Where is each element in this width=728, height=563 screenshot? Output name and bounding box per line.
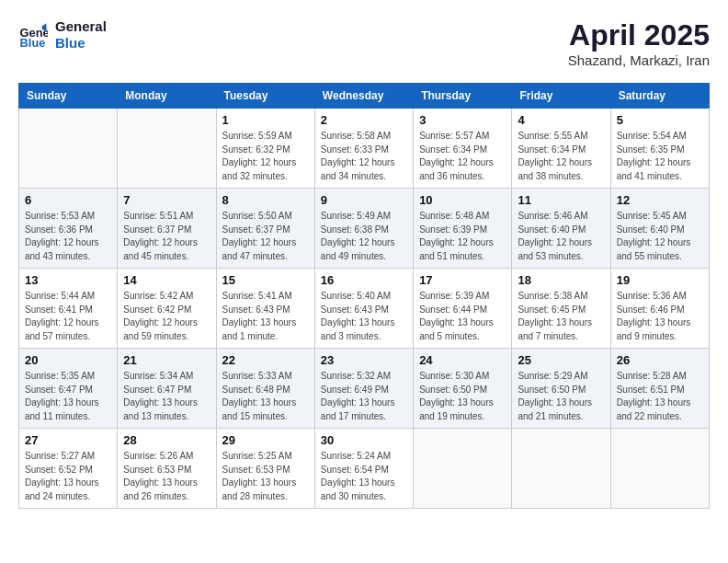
calendar-cell: 29Sunrise: 5:25 AMSunset: 6:53 PMDayligh… bbox=[216, 429, 314, 509]
day-number: 8 bbox=[222, 193, 309, 207]
calendar-cell: 30Sunrise: 5:24 AMSunset: 6:54 PMDayligh… bbox=[314, 429, 413, 509]
calendar-cell bbox=[118, 109, 216, 189]
calendar-cell bbox=[19, 109, 118, 189]
day-info: Sunrise: 5:41 AMSunset: 6:43 PMDaylight:… bbox=[222, 290, 309, 343]
day-info: Sunrise: 5:36 AMSunset: 6:46 PMDaylight:… bbox=[617, 290, 703, 343]
day-info: Sunrise: 5:48 AMSunset: 6:39 PMDaylight:… bbox=[419, 210, 506, 263]
day-info: Sunrise: 5:50 AMSunset: 6:37 PMDaylight:… bbox=[222, 210, 309, 263]
day-number: 6 bbox=[25, 193, 111, 207]
day-of-week-header: Friday bbox=[512, 84, 610, 109]
day-number: 22 bbox=[222, 353, 309, 367]
calendar-cell: 7Sunrise: 5:51 AMSunset: 6:37 PMDaylight… bbox=[118, 189, 216, 269]
calendar-cell: 5Sunrise: 5:54 AMSunset: 6:35 PMDaylight… bbox=[610, 109, 709, 189]
day-number: 13 bbox=[25, 273, 111, 287]
title-block: April 2025 Shazand, Markazi, Iran bbox=[568, 18, 710, 68]
calendar-cell bbox=[512, 429, 610, 509]
day-number: 18 bbox=[518, 273, 604, 287]
day-number: 25 bbox=[518, 353, 604, 367]
day-number: 11 bbox=[518, 193, 604, 207]
day-number: 5 bbox=[617, 113, 703, 127]
location-subtitle: Shazand, Markazi, Iran bbox=[568, 52, 710, 68]
day-of-week-header: Wednesday bbox=[314, 84, 413, 109]
day-number: 20 bbox=[25, 353, 111, 367]
day-info: Sunrise: 5:28 AMSunset: 6:51 PMDaylight:… bbox=[617, 370, 703, 423]
day-info: Sunrise: 5:27 AMSunset: 6:52 PMDaylight:… bbox=[25, 450, 111, 503]
day-info: Sunrise: 5:24 AMSunset: 6:54 PMDaylight:… bbox=[321, 450, 407, 503]
calendar-cell: 17Sunrise: 5:39 AMSunset: 6:44 PMDayligh… bbox=[414, 269, 512, 349]
day-info: Sunrise: 5:44 AMSunset: 6:41 PMDaylight:… bbox=[25, 290, 111, 343]
day-info: Sunrise: 5:38 AMSunset: 6:45 PMDaylight:… bbox=[518, 290, 604, 343]
calendar-cell: 13Sunrise: 5:44 AMSunset: 6:41 PMDayligh… bbox=[19, 269, 118, 349]
day-info: Sunrise: 5:55 AMSunset: 6:34 PMDaylight:… bbox=[518, 130, 604, 183]
calendar-week-row: 6Sunrise: 5:53 AMSunset: 6:36 PMDaylight… bbox=[19, 189, 710, 269]
calendar-week-row: 13Sunrise: 5:44 AMSunset: 6:41 PMDayligh… bbox=[19, 269, 710, 349]
day-number: 10 bbox=[419, 193, 506, 207]
calendar-cell: 8Sunrise: 5:50 AMSunset: 6:37 PMDaylight… bbox=[216, 189, 314, 269]
calendar-cell: 26Sunrise: 5:28 AMSunset: 6:51 PMDayligh… bbox=[610, 349, 709, 429]
day-number: 15 bbox=[222, 273, 309, 287]
day-number: 30 bbox=[321, 433, 407, 447]
calendar-cell: 19Sunrise: 5:36 AMSunset: 6:46 PMDayligh… bbox=[610, 269, 709, 349]
calendar-cell: 2Sunrise: 5:58 AMSunset: 6:33 PMDaylight… bbox=[314, 109, 413, 189]
calendar-cell: 24Sunrise: 5:30 AMSunset: 6:50 PMDayligh… bbox=[414, 349, 512, 429]
day-of-week-header: Tuesday bbox=[216, 84, 314, 109]
calendar-cell: 21Sunrise: 5:34 AMSunset: 6:47 PMDayligh… bbox=[118, 349, 216, 429]
calendar-cell: 1Sunrise: 5:59 AMSunset: 6:32 PMDaylight… bbox=[216, 109, 314, 189]
calendar-cell: 4Sunrise: 5:55 AMSunset: 6:34 PMDaylight… bbox=[512, 109, 610, 189]
day-info: Sunrise: 5:25 AMSunset: 6:53 PMDaylight:… bbox=[222, 450, 309, 503]
day-info: Sunrise: 5:30 AMSunset: 6:50 PMDaylight:… bbox=[419, 370, 506, 423]
day-number: 4 bbox=[518, 113, 604, 127]
day-info: Sunrise: 5:51 AMSunset: 6:37 PMDaylight:… bbox=[123, 210, 210, 263]
calendar-cell: 27Sunrise: 5:27 AMSunset: 6:52 PMDayligh… bbox=[19, 429, 118, 509]
day-of-week-header: Saturday bbox=[610, 84, 709, 109]
calendar-cell bbox=[414, 429, 512, 509]
calendar-cell: 3Sunrise: 5:57 AMSunset: 6:34 PMDaylight… bbox=[414, 109, 512, 189]
day-number: 3 bbox=[419, 113, 506, 127]
calendar-cell: 14Sunrise: 5:42 AMSunset: 6:42 PMDayligh… bbox=[118, 269, 216, 349]
day-number: 19 bbox=[617, 273, 703, 287]
day-info: Sunrise: 5:35 AMSunset: 6:47 PMDaylight:… bbox=[25, 370, 111, 423]
day-number: 1 bbox=[222, 113, 309, 127]
calendar-cell: 12Sunrise: 5:45 AMSunset: 6:40 PMDayligh… bbox=[610, 189, 709, 269]
day-info: Sunrise: 5:58 AMSunset: 6:33 PMDaylight:… bbox=[321, 130, 407, 183]
day-info: Sunrise: 5:33 AMSunset: 6:48 PMDaylight:… bbox=[222, 370, 309, 423]
calendar-cell: 20Sunrise: 5:35 AMSunset: 6:47 PMDayligh… bbox=[19, 349, 118, 429]
day-number: 29 bbox=[222, 433, 309, 447]
day-info: Sunrise: 5:46 AMSunset: 6:40 PMDaylight:… bbox=[518, 210, 604, 263]
day-number: 16 bbox=[321, 273, 407, 287]
day-info: Sunrise: 5:39 AMSunset: 6:44 PMDaylight:… bbox=[419, 290, 506, 343]
day-info: Sunrise: 5:26 AMSunset: 6:53 PMDaylight:… bbox=[123, 450, 210, 503]
day-number: 9 bbox=[321, 193, 407, 207]
day-info: Sunrise: 5:29 AMSunset: 6:50 PMDaylight:… bbox=[518, 370, 604, 423]
day-number: 12 bbox=[617, 193, 703, 207]
calendar-week-row: 1Sunrise: 5:59 AMSunset: 6:32 PMDaylight… bbox=[19, 109, 710, 189]
day-number: 26 bbox=[617, 353, 703, 367]
calendar-cell: 25Sunrise: 5:29 AMSunset: 6:50 PMDayligh… bbox=[512, 349, 610, 429]
month-title: April 2025 bbox=[568, 18, 710, 52]
day-info: Sunrise: 5:32 AMSunset: 6:49 PMDaylight:… bbox=[321, 370, 407, 423]
day-number: 14 bbox=[123, 273, 210, 287]
day-number: 17 bbox=[419, 273, 506, 287]
day-of-week-header: Thursday bbox=[414, 84, 512, 109]
day-number: 21 bbox=[123, 353, 210, 367]
calendar-table: SundayMondayTuesdayWednesdayThursdayFrid… bbox=[18, 83, 710, 509]
day-of-week-header: Sunday bbox=[19, 84, 118, 109]
calendar-cell: 6Sunrise: 5:53 AMSunset: 6:36 PMDaylight… bbox=[19, 189, 118, 269]
calendar-cell: 10Sunrise: 5:48 AMSunset: 6:39 PMDayligh… bbox=[414, 189, 512, 269]
calendar-cell: 18Sunrise: 5:38 AMSunset: 6:45 PMDayligh… bbox=[512, 269, 610, 349]
calendar-week-row: 27Sunrise: 5:27 AMSunset: 6:52 PMDayligh… bbox=[19, 429, 710, 509]
day-info: Sunrise: 5:34 AMSunset: 6:47 PMDaylight:… bbox=[123, 370, 210, 423]
logo-general: General bbox=[55, 18, 107, 35]
calendar-cell: 9Sunrise: 5:49 AMSunset: 6:38 PMDaylight… bbox=[314, 189, 413, 269]
calendar-cell bbox=[610, 429, 709, 509]
day-of-week-header: Monday bbox=[118, 84, 216, 109]
calendar-cell: 22Sunrise: 5:33 AMSunset: 6:48 PMDayligh… bbox=[216, 349, 314, 429]
calendar-week-row: 20Sunrise: 5:35 AMSunset: 6:47 PMDayligh… bbox=[19, 349, 710, 429]
logo-blue: Blue bbox=[55, 35, 107, 52]
day-info: Sunrise: 5:45 AMSunset: 6:40 PMDaylight:… bbox=[617, 210, 703, 263]
day-number: 28 bbox=[123, 433, 210, 447]
calendar-cell: 11Sunrise: 5:46 AMSunset: 6:40 PMDayligh… bbox=[512, 189, 610, 269]
day-info: Sunrise: 5:49 AMSunset: 6:38 PMDaylight:… bbox=[321, 210, 407, 263]
day-number: 27 bbox=[25, 433, 111, 447]
day-info: Sunrise: 5:42 AMSunset: 6:42 PMDaylight:… bbox=[123, 290, 210, 343]
